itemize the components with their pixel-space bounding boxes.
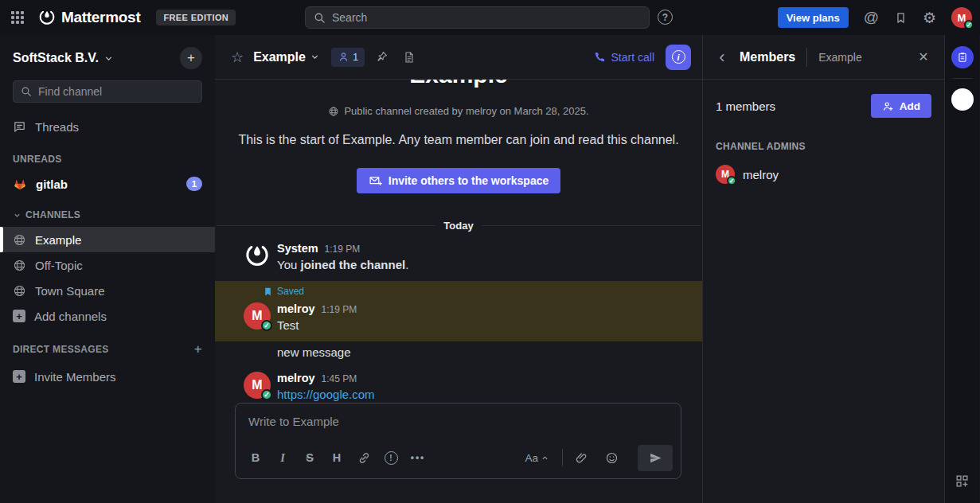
mattermost-logo-icon bbox=[38, 9, 56, 26]
saved-flag-icon bbox=[263, 287, 273, 297]
exclamation-circle-icon: ! bbox=[385, 451, 398, 465]
find-channel-box[interactable] bbox=[13, 80, 202, 103]
channel-header: ☆ Example 1 bbox=[215, 35, 702, 80]
unreads-label-text: UNREADS bbox=[13, 154, 61, 165]
chevron-down-icon bbox=[103, 53, 114, 64]
send-button[interactable] bbox=[638, 445, 673, 471]
channel-intro-meta: Public channel created by melroy on Marc… bbox=[215, 105, 702, 117]
channel-files-icon[interactable] bbox=[399, 51, 420, 64]
sidebar-item-invite-members[interactable]: + Invite Members bbox=[0, 364, 215, 389]
channels-label-wrap: CHANNELS bbox=[13, 209, 80, 220]
channels-section-label[interactable]: CHANNELS bbox=[0, 209, 215, 220]
message-body: System 1:19 PM You joined the channel. bbox=[277, 242, 408, 271]
online-status-icon: ✓ bbox=[727, 176, 736, 185]
user-avatar[interactable]: M ✓ bbox=[244, 302, 271, 329]
plugin-app-icon[interactable] bbox=[951, 88, 974, 111]
saved-message-block[interactable]: Saved M ✓ melroy 1:19 PM Test bbox=[215, 281, 702, 341]
message-list: Example Public channel created by melroy… bbox=[215, 80, 702, 403]
invite-others-button[interactable]: Invite others to the workspace bbox=[357, 168, 561, 193]
channel-info-button[interactable]: i bbox=[666, 45, 691, 70]
members-panel-body: 1 members Add CHANNEL ADMINS M ✓ melroy bbox=[703, 80, 944, 198]
add-members-button[interactable]: Add bbox=[871, 94, 931, 118]
help-icon[interactable]: ? bbox=[658, 10, 673, 25]
phone-icon bbox=[594, 51, 606, 63]
team-sidebar: SoftStack B.V. + Threads UNREADS bbox=[0, 35, 215, 503]
date-divider: Today bbox=[215, 220, 702, 232]
message-melroy-test[interactable]: M ✓ melroy 1:19 PM Test bbox=[215, 299, 702, 335]
person-plus-icon bbox=[882, 100, 894, 112]
app-marketplace-icon[interactable] bbox=[955, 474, 970, 489]
attach-file-button[interactable] bbox=[571, 447, 592, 468]
message-timestamp: 1:19 PM bbox=[325, 244, 361, 255]
strikethrough-button[interactable]: S bbox=[299, 447, 320, 468]
global-search[interactable] bbox=[305, 6, 650, 29]
sidebar-item-example[interactable]: Example bbox=[0, 227, 215, 252]
sidebar-item-off-topic[interactable]: Off-Topic bbox=[0, 252, 215, 278]
message-author[interactable]: melroy bbox=[277, 372, 315, 384]
envelope-plus-icon bbox=[369, 174, 382, 188]
priority-button[interactable]: ! bbox=[381, 447, 401, 468]
add-channels-label: Add channels bbox=[34, 310, 107, 323]
message-head: melroy 1:45 PM bbox=[277, 372, 375, 384]
divider-line bbox=[217, 225, 435, 226]
link-button[interactable] bbox=[353, 447, 374, 468]
user-avatar[interactable]: M ✓ bbox=[244, 372, 271, 399]
add-team-button[interactable]: + bbox=[180, 47, 202, 69]
mentions-icon[interactable]: @ bbox=[864, 9, 879, 26]
heading-button[interactable]: H bbox=[326, 447, 347, 468]
more-formatting-button[interactable]: ••• bbox=[408, 447, 428, 468]
message-body: melroy 1:45 PM https://google.com bbox=[277, 372, 375, 401]
member-list-item[interactable]: M ✓ melroy bbox=[716, 165, 931, 184]
saved-posts-icon[interactable] bbox=[894, 11, 908, 25]
divider-line bbox=[482, 225, 701, 226]
member-count-button[interactable]: 1 bbox=[331, 48, 365, 67]
product-switcher-icon[interactable] bbox=[10, 10, 25, 25]
playbooks-app-icon[interactable] bbox=[951, 46, 974, 68]
start-call-button[interactable]: Start call bbox=[594, 51, 654, 64]
avatar-initial: M bbox=[252, 309, 262, 323]
find-channel-input[interactable] bbox=[38, 85, 194, 98]
sidebar-item-add-channels[interactable]: + Add channels bbox=[0, 303, 215, 329]
view-plans-button[interactable]: View plans bbox=[778, 7, 849, 28]
back-button[interactable]: ‹ bbox=[711, 46, 733, 68]
close-icon[interactable]: ✕ bbox=[912, 46, 935, 68]
sidebar-item-gitlab[interactable]: gitlab 1 bbox=[0, 171, 215, 197]
favorite-star-icon[interactable]: ☆ bbox=[228, 47, 247, 68]
user-avatar[interactable]: M ✓ bbox=[951, 7, 972, 28]
channel-label: Town Square bbox=[35, 284, 105, 298]
pin-icon[interactable] bbox=[371, 50, 392, 64]
channels-label-text: CHANNELS bbox=[25, 209, 80, 220]
add-direct-message-button[interactable]: + bbox=[194, 341, 202, 357]
sidebar-item-threads[interactable]: Threads bbox=[0, 114, 215, 139]
channel-title: Example bbox=[253, 50, 306, 64]
message-head: melroy 1:19 PM bbox=[277, 302, 357, 315]
formatting-toggle-label: Aa bbox=[525, 452, 538, 464]
team-menu[interactable]: SoftStack B.V. bbox=[13, 51, 114, 65]
globe-icon bbox=[328, 106, 339, 117]
system-text-prefix: You bbox=[277, 258, 300, 271]
message-text: Test bbox=[277, 318, 357, 332]
emoji-button[interactable] bbox=[601, 447, 622, 468]
date-divider-label: Today bbox=[443, 220, 473, 232]
info-icon: i bbox=[672, 50, 685, 64]
message-author[interactable]: System bbox=[277, 242, 318, 255]
system-message[interactable]: System 1:19 PM You joined the channel. bbox=[215, 239, 702, 275]
channel-title-menu[interactable]: Example bbox=[253, 50, 320, 64]
channel-view: ☆ Example 1 bbox=[215, 35, 703, 503]
message-author[interactable]: melroy bbox=[277, 302, 315, 315]
members-count-row: 1 members Add bbox=[716, 94, 931, 118]
formatting-toggle-button[interactable]: Aa bbox=[520, 449, 554, 467]
search-input[interactable] bbox=[332, 11, 641, 24]
message-followup[interactable]: new message bbox=[215, 345, 702, 359]
sidebar-item-town-square[interactable]: Town Square bbox=[0, 278, 215, 303]
message-input[interactable]: Write to Example bbox=[236, 404, 681, 442]
message-link[interactable]: https://google.com bbox=[277, 388, 375, 401]
grid-plus-icon bbox=[955, 474, 970, 489]
message-melroy-link[interactable]: M ✓ melroy 1:45 PM https://google.com bbox=[215, 368, 702, 403]
italic-button[interactable]: I bbox=[272, 447, 293, 468]
bold-button[interactable]: B bbox=[245, 447, 266, 468]
members-count-label: 1 members bbox=[716, 99, 775, 113]
globe-icon bbox=[13, 284, 26, 298]
add-members-label: Add bbox=[900, 100, 920, 112]
settings-gear-icon[interactable]: ⚙ bbox=[923, 9, 936, 27]
